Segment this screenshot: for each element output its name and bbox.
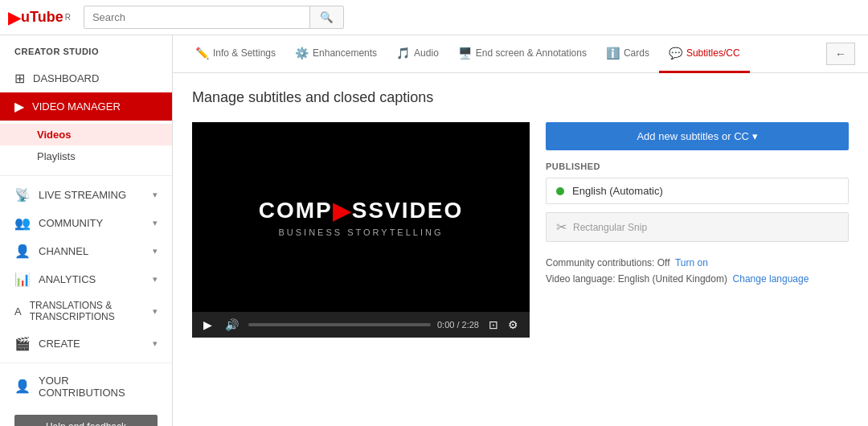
community-contributions: Community contributions: Off Turn on <box>546 255 849 271</box>
sidebar-item-live-streaming[interactable]: 📡 LIVE STREAMING ▾ <box>0 181 172 209</box>
change-language-link[interactable]: Change language <box>733 273 809 285</box>
endscreen-icon: 🖥️ <box>458 47 472 59</box>
logo-youtube: uTube <box>21 9 63 26</box>
play-button[interactable]: ▶ <box>200 317 215 333</box>
language-item[interactable]: English (Automatic) <box>546 178 849 204</box>
sidebar-item-label: CHANNEL <box>39 245 88 257</box>
language-dot <box>556 187 564 195</box>
logo-text: ▶ <box>8 8 19 27</box>
translations-icon: A <box>14 305 22 317</box>
turn-on-link[interactable]: Turn on <box>675 257 708 268</box>
main-layout: CREATOR STUDIO ⊞ DASHBOARD ▶ VIDEO MANAG… <box>0 35 868 426</box>
snip-label: Rectangular Snip <box>573 222 647 233</box>
tab-label: Cards <box>624 47 649 59</box>
sidebar-footer: Help and feedback <box>0 405 172 426</box>
tab-label: Audio <box>414 47 439 59</box>
chevron-down-icon: ▾ <box>153 274 158 285</box>
video-player: COMP ▶ SSVIDEO BUSINESS STORYTELLING ▶ 🔊 <box>192 122 530 338</box>
chevron-down-icon: ▾ <box>153 190 158 200</box>
logo-part2: SSVIDEO <box>352 198 463 223</box>
search-button[interactable]: 🔍 <box>309 6 343 28</box>
tab-label: Subtitles/CC <box>686 47 740 59</box>
contributions-icon: 👤 <box>14 379 31 394</box>
video-logo-sub: BUSINESS STORYTELLING <box>259 227 463 237</box>
chevron-down-icon: ▾ <box>153 306 158 317</box>
video-manager-icon: ▶ <box>14 99 24 114</box>
content-inner: Manage subtitles and closed captions COM… <box>173 73 868 354</box>
create-icon: 🎬 <box>14 336 31 351</box>
tab-cards[interactable]: ℹ️ Cards <box>596 35 659 73</box>
pencil-icon: ✏️ <box>195 47 209 59</box>
logo: ▶ uTube R <box>8 8 71 27</box>
chevron-down-icon: ▾ <box>153 246 158 256</box>
back-button[interactable]: ← <box>826 43 855 65</box>
tab-endscreen[interactable]: 🖥️ End screen & Annotations <box>448 35 596 73</box>
tabs-bar: ✏️ Info & Settings ⚙️ Enhancements 🎵 Aud… <box>173 35 868 73</box>
sidebar: CREATOR STUDIO ⊞ DASHBOARD ▶ VIDEO MANAG… <box>0 35 173 426</box>
video-language-label: Video language: English (United Kingdom) <box>546 273 727 285</box>
video-subtitle-layout: COMP ▶ SSVIDEO BUSINESS STORYTELLING ▶ 🔊 <box>192 122 849 338</box>
sidebar-item-community[interactable]: 👥 COMMUNITY ▾ <box>0 209 172 237</box>
sidebar-item-label: LIVE STREAMING <box>39 189 126 201</box>
page-title: Manage subtitles and closed captions <box>192 89 849 106</box>
sidebar-item-label: YOUR CONTRIBUTIONS <box>39 375 158 399</box>
live-streaming-icon: 📡 <box>14 187 31 203</box>
subtitles-icon: 💬 <box>669 47 682 59</box>
settings-button[interactable]: ⚙ <box>505 317 522 333</box>
sidebar-item-label: TRANSLATIONS & TRANSCRIPTIONS <box>30 300 153 323</box>
sidebar-item-label: DASHBOARD <box>33 72 99 84</box>
channel-icon: 👤 <box>14 244 31 259</box>
video-logo-main: COMP ▶ SSVIDEO <box>259 198 463 224</box>
snip-overlay: ✂ Rectangular Snip <box>546 212 849 242</box>
video-controls: ▶ 🔊 0:00 / 2:28 ⊡ ⚙ <box>192 312 530 338</box>
video-logo: COMP ▶ SSVIDEO BUSINESS STORYTELLING <box>259 198 463 237</box>
tab-audio[interactable]: 🎵 Audio <box>387 35 448 73</box>
tab-subtitles[interactable]: 💬 Subtitles/CC <box>659 35 750 73</box>
community-info: Community contributions: Off Turn on Vid… <box>546 255 849 288</box>
sidebar-sub-item-playlists[interactable]: Playlists <box>0 145 172 167</box>
sidebar-sub-item-videos[interactable]: Videos <box>0 124 172 145</box>
logo-arrow-icon: ▶ <box>333 198 352 224</box>
sidebar-item-dashboard[interactable]: ⊞ DASHBOARD <box>0 64 172 92</box>
sidebar-item-analytics[interactable]: 📊 ANALYTICS ▾ <box>0 265 172 293</box>
sidebar-item-translations[interactable]: A TRANSLATIONS & TRANSCRIPTIONS ▾ <box>0 293 172 330</box>
sidebar-item-channel[interactable]: 👤 CHANNEL ▾ <box>0 237 172 265</box>
search-bar: 🔍 <box>84 6 344 29</box>
enhancements-icon: ⚙️ <box>295 47 309 59</box>
divider-2 <box>0 363 172 363</box>
sidebar-item-create[interactable]: 🎬 CREATE ▾ <box>0 330 172 358</box>
logo-part1: COMP <box>259 198 333 223</box>
published-label: PUBLISHED <box>546 162 849 171</box>
snip-icon: ✂ <box>556 219 567 235</box>
dashboard-icon: ⊞ <box>14 71 25 86</box>
sidebar-title: CREATOR STUDIO <box>0 35 172 64</box>
search-input[interactable] <box>84 6 309 28</box>
sidebar-item-contributions[interactable]: 👤 YOUR CONTRIBUTIONS <box>0 368 172 405</box>
sidebar-item-label: CREATE <box>39 338 80 350</box>
sidebar-item-label: COMMUNITY <box>39 217 103 229</box>
cards-icon: ℹ️ <box>606 47 620 59</box>
captions-button[interactable]: ⊡ <box>485 317 502 333</box>
topbar: ▶ uTube R 🔍 <box>0 0 868 35</box>
volume-button[interactable]: 🔊 <box>222 317 242 333</box>
analytics-icon: 📊 <box>14 272 31 287</box>
progress-bar[interactable] <box>248 323 431 326</box>
sidebar-item-label: ANALYTICS <box>39 273 96 285</box>
content: ✏️ Info & Settings ⚙️ Enhancements 🎵 Aud… <box>173 35 868 426</box>
sidebar-item-label: VIDEO MANAGER <box>32 100 121 113</box>
audio-icon: 🎵 <box>396 47 410 59</box>
community-contributions-label: Community contributions: Off <box>546 257 670 268</box>
video-frame: COMP ▶ SSVIDEO BUSINESS STORYTELLING <box>192 122 530 312</box>
language-name: English (Automatic) <box>572 185 663 197</box>
chevron-down-icon: ▾ <box>153 218 158 228</box>
add-subtitles-button[interactable]: Add new subtitles or CC ▾ <box>546 122 849 150</box>
sidebar-item-video-manager[interactable]: ▶ VIDEO MANAGER <box>0 92 172 121</box>
tab-enhancements[interactable]: ⚙️ Enhancements <box>285 35 387 73</box>
community-icon: 👥 <box>14 215 31 231</box>
time-display: 0:00 / 2:28 <box>437 320 479 330</box>
sidebar-sub-video-manager: Videos Playlists <box>0 121 172 170</box>
ctrl-right: ⊡ ⚙ <box>485 317 522 333</box>
tab-info[interactable]: ✏️ Info & Settings <box>186 35 285 73</box>
video-language-info: Video language: English (United Kingdom)… <box>546 271 849 287</box>
help-button[interactable]: Help and feedback <box>14 415 158 426</box>
